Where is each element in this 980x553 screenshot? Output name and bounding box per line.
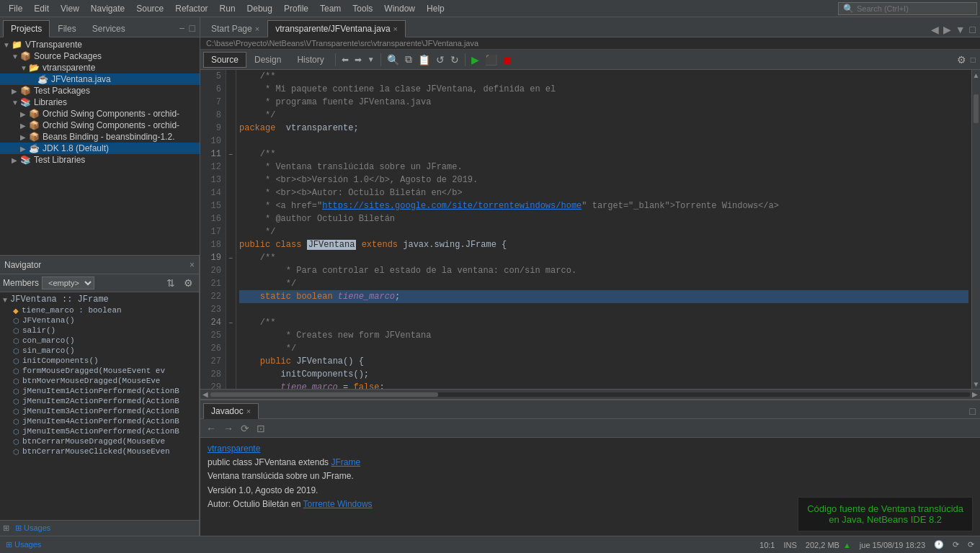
nav-item-jmenuitem4[interactable]: ⬡ jMenuItem4ActionPerformed(ActionB — [1, 416, 197, 426]
nav-item-jmenuitem3[interactable]: ⬡ jMenuItem3ActionPerformed(ActionB — [1, 406, 197, 416]
menu-refactor[interactable]: Refactor — [169, 2, 213, 15]
nav-item-conmarco[interactable]: ⬡ con_marco() — [1, 336, 197, 346]
tree-beans[interactable]: ▶ 📦 Beans Binding - beansbinding-1.2. — [0, 131, 200, 143]
close-start-page-icon[interactable]: × — [255, 24, 259, 33]
jdoc-reload-btn[interactable]: ⟳ — [239, 421, 251, 436]
history-tab[interactable]: History — [289, 52, 331, 68]
tab-dropdown-icon[interactable]: ▼ — [954, 24, 967, 35]
search-btn[interactable]: 🔍 — [384, 53, 402, 67]
nav-item-sinmarco[interactable]: ⬡ sin_marco() — [1, 346, 197, 356]
nav-item-initcomponents[interactable]: ⬡ initComponents() — [1, 356, 197, 366]
tab-projects[interactable]: Projects — [3, 20, 50, 37]
run-btn[interactable]: ▶ — [468, 53, 482, 67]
tree-vtransparente[interactable]: ▼ 📁 VTransparente — [0, 39, 200, 50]
design-tab[interactable]: Design — [246, 52, 289, 68]
stop-btn[interactable]: ◼ — [500, 53, 514, 67]
settings-btn[interactable]: ⚙ — [954, 53, 969, 67]
javadoc-maximize-icon[interactable]: □ — [968, 405, 977, 417]
nav-item-salir[interactable]: ⬡ salir() — [1, 325, 197, 336]
tree-jdk[interactable]: ▶ ☕ JDK 1.8 (Default) — [0, 143, 200, 154]
menu-profile[interactable]: Profile — [278, 2, 314, 15]
search-input[interactable] — [857, 4, 972, 13]
menu-window[interactable]: Window — [378, 2, 421, 15]
usages-btn[interactable]: ⊞ Usages — [6, 540, 41, 549]
nav-config-btn[interactable]: ⚙ — [181, 276, 196, 290]
linenum-11[interactable]: 11 — [200, 148, 226, 161]
menu-source[interactable]: Source — [130, 2, 169, 15]
menu-edit[interactable]: Edit — [28, 2, 55, 15]
fold-24-icon[interactable]: − — [229, 319, 233, 327]
code-content[interactable]: /** * Mi paquete contiene la clase JFVen… — [236, 70, 971, 389]
vertical-scrollbar[interactable]: ▲ ▼ — [971, 70, 980, 389]
scroll-left-btn[interactable]: ◀ — [200, 390, 210, 399]
usages-link[interactable]: ⊞ Usages — [15, 523, 50, 533]
scroll-up-btn[interactable]: ▲ — [972, 70, 980, 80]
tree-test-packages[interactable]: ▶ 📦 Test Packages — [0, 85, 200, 96]
javadoc-vtransparente-link[interactable]: vtransparente — [208, 442, 973, 456]
dropdown-btn[interactable]: ▼ — [365, 54, 378, 65]
tree-test-libs[interactable]: ▶ 📚 Test Libraries — [0, 154, 200, 166]
fold-11-icon[interactable]: − — [229, 150, 233, 158]
menu-debug[interactable]: Debug — [241, 2, 278, 15]
jdoc-browser-btn[interactable]: ⊡ — [255, 421, 267, 436]
close-jfventana-icon[interactable]: × — [393, 24, 398, 33]
tab-files[interactable]: Files — [50, 20, 84, 37]
tree-libraries[interactable]: ▼ 📚 Libraries — [0, 96, 200, 108]
menu-file[interactable]: File — [3, 2, 28, 15]
navigator-close-icon[interactable]: × — [190, 260, 195, 270]
debug-btn[interactable]: ⬛ — [482, 53, 500, 67]
nav-sort-btn[interactable]: ⇅ — [164, 276, 178, 290]
menu-team[interactable]: Team — [314, 2, 347, 15]
copy-btn[interactable]: ⧉ — [402, 52, 415, 67]
close-javadoc-icon[interactable]: × — [246, 407, 251, 415]
paste-btn[interactable]: 📋 — [415, 53, 433, 67]
tab-forward-icon[interactable]: ▶ — [942, 24, 953, 35]
nav-item-btnmovermousedragged[interactable]: ⬡ btnMoverMouseDragged(MouseEve — [1, 376, 197, 386]
scroll-thumb[interactable] — [974, 94, 979, 123]
menu-help[interactable]: Help — [421, 2, 450, 15]
sync-icon[interactable]: ⟳ — [968, 540, 974, 549]
maximize-left-icon[interactable]: □ — [188, 22, 197, 34]
redo-btn[interactable]: ↻ — [447, 53, 462, 67]
nav-item-constructor[interactable]: ⬡ JFVentana() — [1, 315, 197, 325]
menu-tools[interactable]: Tools — [347, 2, 378, 15]
vtransparente-link[interactable]: vtransparente — [208, 444, 260, 454]
undo-btn[interactable]: ↺ — [433, 53, 447, 67]
jframe-link[interactable]: JFrame — [331, 457, 360, 467]
linenum-24[interactable]: 24 — [200, 316, 226, 329]
forward-btn[interactable]: ➡ — [352, 53, 365, 66]
scroll-down-btn[interactable]: ▼ — [972, 379, 980, 389]
fold-19-icon[interactable]: − — [229, 254, 233, 262]
jdoc-forward-btn[interactable]: → — [222, 421, 235, 436]
nav-item-jmenuitem1[interactable]: ⬡ jMenuItem1ActionPerformed(ActionB — [1, 386, 197, 396]
tree-jfventana-java[interactable]: ☕ JFVentana.java — [0, 73, 200, 85]
back-btn[interactable]: ⬅ — [339, 53, 352, 66]
tree-source-packages[interactable]: ▼ 📦 Source Packages — [0, 50, 200, 62]
maximize-editor-icon[interactable]: □ — [969, 53, 977, 66]
tree-orchid2[interactable]: ▶ 📦 Orchid Swing Components - orchid- — [0, 120, 200, 131]
nav-item-btncerrar-clicked[interactable]: ⬡ btnCerrarMouseClicked(MouseEven — [1, 446, 197, 457]
tab-jfventana[interactable]: vtransparente/JFVentana.java × — [267, 20, 406, 37]
tree-orchid1[interactable]: ▶ 📦 Orchid Swing Components - orchid- — [0, 108, 200, 120]
tab-start-page[interactable]: Start Page × — [203, 20, 267, 37]
h-scroll-thumb[interactable] — [210, 392, 438, 397]
scroll-right-btn[interactable]: ▶ — [970, 390, 980, 399]
members-filter-select[interactable]: <empty> — [42, 276, 94, 289]
nav-item-tienemarco[interactable]: ◆ tiene_marco : boolean — [1, 305, 197, 315]
nav-item-jmenuitem5[interactable]: ⬡ jMenuItem5ActionPerformed(ActionB — [1, 426, 197, 436]
nav-item-formmousedragged[interactable]: ⬡ formMouseDragged(MouseEvent ev — [1, 366, 197, 376]
menu-navigate[interactable]: Navigate — [85, 2, 130, 15]
menu-run[interactable]: Run — [214, 2, 241, 15]
tab-back-icon[interactable]: ◀ — [930, 24, 940, 35]
nav-item-jmenuitem2[interactable]: ⬡ jMenuItem2ActionPerformed(ActionB — [1, 396, 197, 406]
refresh-icon[interactable]: ⟳ — [953, 540, 959, 549]
torrente-windows-link[interactable]: Torrente Windows — [303, 499, 373, 509]
nav-item-btncerrar-dragged[interactable]: ⬡ btnCerrarMouseDragged(MouseEve — [1, 436, 197, 446]
jdoc-back-btn[interactable]: ← — [205, 421, 218, 436]
minimize-left-icon[interactable]: − — [177, 22, 186, 34]
linenum-19[interactable]: 19 — [200, 251, 226, 264]
tab-maximize-icon[interactable]: □ — [968, 24, 977, 35]
source-tab[interactable]: Source — [203, 52, 246, 68]
tree-vtransparente-pkg[interactable]: ▼ 📂 vtransparente — [0, 62, 200, 73]
menu-view[interactable]: View — [55, 2, 85, 15]
